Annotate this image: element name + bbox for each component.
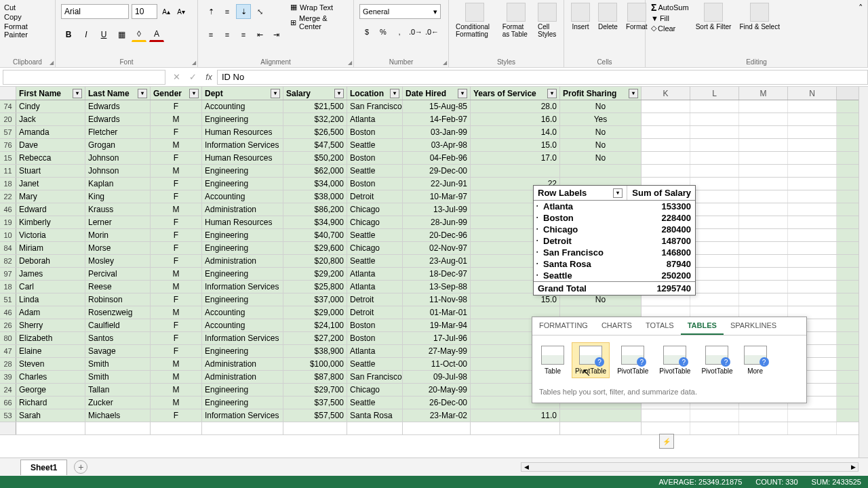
cell[interactable]: M <box>151 165 202 177</box>
cell[interactable]: Detroit <box>347 190 403 203</box>
row-header[interactable]: 80 <box>0 332 16 344</box>
cell[interactable]: Administration <box>202 358 283 370</box>
cell[interactable]: $26,500 <box>283 126 347 138</box>
qa-tab-sparklines[interactable]: SPARKLINES <box>724 317 783 335</box>
cell[interactable]: No <box>560 126 642 138</box>
cell[interactable]: M <box>151 281 202 293</box>
cell[interactable]: Mosley <box>85 255 151 267</box>
cell-empty[interactable] <box>642 113 690 125</box>
row-header[interactable]: 66 <box>0 396 16 409</box>
cell[interactable]: Morse <box>85 242 151 254</box>
cell-empty[interactable] <box>642 152 690 164</box>
cell-empty[interactable] <box>788 139 837 151</box>
row-header[interactable]: 84 <box>0 242 16 254</box>
table-row[interactable]: 97JamesPercivalMEngineering$29,200Atlant… <box>0 268 859 281</box>
collapse-ribbon-icon[interactable]: ˄ <box>859 3 863 13</box>
row-header[interactable]: 46 <box>0 306 16 319</box>
cell-empty[interactable] <box>739 229 788 241</box>
cell[interactable]: $34,900 <box>283 216 347 228</box>
cell[interactable]: Stuart <box>16 165 85 177</box>
cell[interactable]: Engineering <box>202 113 283 125</box>
name-box[interactable] <box>3 70 165 85</box>
font-name-combo[interactable] <box>61 4 129 19</box>
cell[interactable]: Information Services <box>202 332 283 344</box>
cell[interactable]: F <box>151 152 202 164</box>
cell[interactable]: Reese <box>85 281 151 293</box>
cell[interactable]: $27,200 <box>283 332 347 344</box>
row-header[interactable]: 18 <box>0 178 16 190</box>
cell[interactable]: 27-May-99 <box>403 345 471 357</box>
cell[interactable]: M <box>151 306 202 319</box>
cell[interactable]: $24,100 <box>283 319 347 331</box>
filter-dropdown-icon[interactable]: ▾ <box>271 89 280 98</box>
cell-empty[interactable] <box>788 100 837 113</box>
row-header[interactable]: 39 <box>0 371 16 383</box>
cell-empty[interactable] <box>788 126 837 138</box>
sheet-tab[interactable]: Sheet1 <box>20 460 67 475</box>
cell[interactable]: F <box>151 332 202 344</box>
cell-empty[interactable] <box>690 229 739 241</box>
cell-empty[interactable] <box>788 190 837 203</box>
cell[interactable]: $32,200 <box>283 113 347 125</box>
qa-option-pivottable[interactable]: PivotTable <box>572 342 610 378</box>
cell[interactable]: Seattle <box>347 165 403 177</box>
filter-dropdown-icon[interactable]: ▾ <box>458 89 467 98</box>
cell[interactable] <box>560 409 642 422</box>
cell[interactable]: $100,000 <box>283 358 347 370</box>
cell-empty[interactable] <box>642 409 690 422</box>
cell[interactable]: Accounting <box>202 319 283 331</box>
cell[interactable]: $40,700 <box>283 229 347 241</box>
cell[interactable]: Krauss <box>85 203 151 216</box>
cell[interactable]: Santa Rosa <box>347 409 403 422</box>
cell[interactable]: Seattle <box>347 255 403 267</box>
cell[interactable]: F <box>151 100 202 113</box>
filter-dropdown-icon[interactable]: ▾ <box>73 89 82 98</box>
cell[interactable]: M <box>151 384 202 396</box>
cell[interactable]: Tallan <box>85 384 151 396</box>
increase-indent-icon[interactable]: ⇥ <box>269 27 283 42</box>
cell[interactable]: M <box>151 396 202 409</box>
cell[interactable]: 14-Feb-97 <box>403 113 471 125</box>
cell-empty[interactable] <box>739 113 788 125</box>
cell[interactable]: No <box>560 152 642 164</box>
column-header[interactable]: Last Name▾ <box>85 87 151 100</box>
scroll-right-icon[interactable]: ▶ <box>848 464 858 470</box>
row-header[interactable]: 26 <box>0 319 16 331</box>
cell[interactable]: 26-Dec-00 <box>403 396 471 409</box>
table-row[interactable]: 84MiriamMorseFEngineering$29,600Chicago0… <box>0 242 859 255</box>
cell[interactable]: Human Resources <box>202 152 283 164</box>
cell-empty[interactable] <box>739 242 788 254</box>
cell[interactable]: Engineering <box>202 165 283 177</box>
cell[interactable]: Edwards <box>85 100 151 113</box>
cell[interactable]: Information Services <box>202 281 283 293</box>
cell-empty[interactable] <box>788 242 837 254</box>
cell[interactable]: 23-Mar-02 <box>403 409 471 422</box>
cell-empty[interactable] <box>690 242 739 254</box>
vertical-scrollbar[interactable] <box>859 87 868 458</box>
cell[interactable]: 14.0 <box>471 126 560 138</box>
cell[interactable]: Engineering <box>202 384 283 396</box>
quick-analysis-trigger-icon[interactable]: ⚡ <box>659 434 674 449</box>
clear-button[interactable]: ◇Clear <box>648 23 692 33</box>
underline-button[interactable]: U <box>96 27 111 42</box>
fill-color-button[interactable]: ◊ <box>132 27 146 42</box>
cell[interactable]: Accounting <box>202 190 283 203</box>
scroll-left-icon[interactable]: ◀ <box>521 464 531 470</box>
conditional-formatting-button[interactable]: Conditional Formatting <box>452 1 498 39</box>
cell[interactable]: Linda <box>16 293 85 306</box>
cell[interactable]: King <box>85 190 151 203</box>
filter-dropdown-icon[interactable]: ▾ <box>629 89 638 98</box>
table-row[interactable]: 53SarahMichaelsFInformation Services$57,… <box>0 409 859 422</box>
table-row[interactable]: 18JanetKaplanFEngineering$34,000Boston22… <box>0 178 859 190</box>
cell[interactable]: James <box>16 268 85 280</box>
pivot-row[interactable]: Atlanta153300 <box>534 201 695 212</box>
cell[interactable]: Savage <box>85 345 151 357</box>
cell-empty[interactable] <box>690 409 739 422</box>
cell[interactable]: 29-Dec-00 <box>403 165 471 177</box>
column-header[interactable]: Location▾ <box>347 87 403 100</box>
cell[interactable]: Boston <box>347 178 403 190</box>
cell[interactable]: Atlanta <box>347 345 403 357</box>
select-all-corner[interactable] <box>0 87 16 100</box>
dialog-launcher-icon[interactable]: ◢ <box>50 60 54 66</box>
cell[interactable]: Administration <box>202 371 283 383</box>
